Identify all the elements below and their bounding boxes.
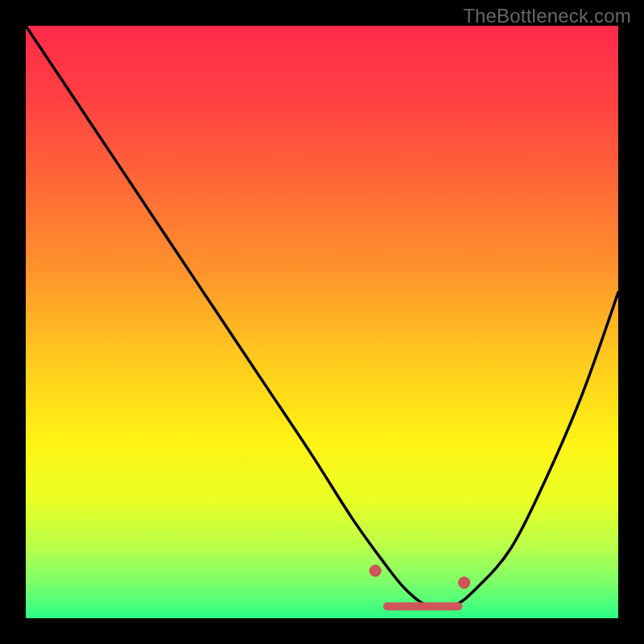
chart-frame <box>26 26 618 618</box>
marker-dots <box>369 565 469 588</box>
marker-dot <box>369 565 381 576</box>
bottleneck-curve <box>26 26 618 609</box>
watermark-text: TheBottleneck.com <box>463 5 631 27</box>
chart-svg <box>26 26 618 618</box>
marker-dot <box>459 577 470 588</box>
